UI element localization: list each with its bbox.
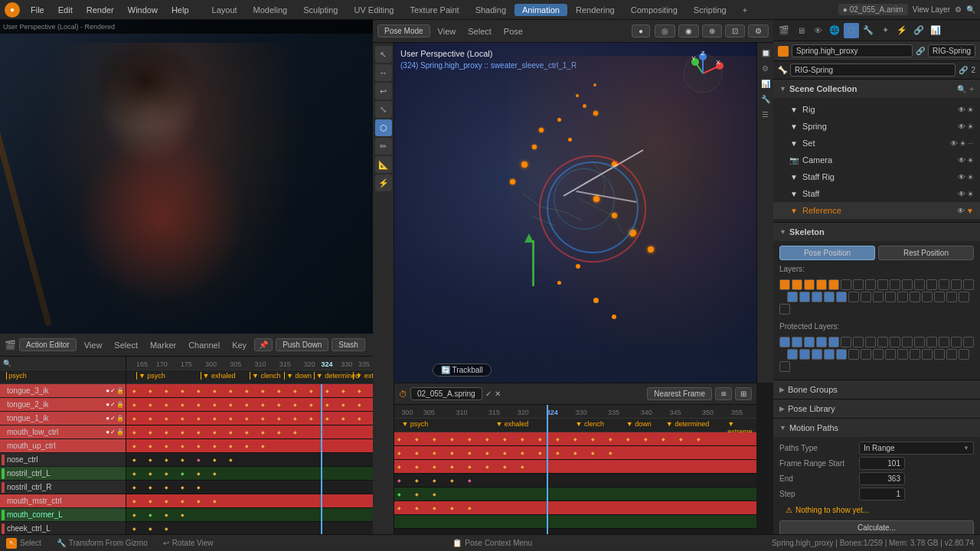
- side-icon-3[interactable]: 📊: [759, 77, 773, 90]
- track-row[interactable]: nose_ctrl: [0, 453, 126, 467]
- layer-13[interactable]: [939, 279, 949, 290]
- layer-18[interactable]: [812, 292, 822, 302]
- tool-cursor[interactable]: ⚡: [375, 174, 392, 191]
- prot-layer-20[interactable]: [836, 349, 847, 360]
- prot-layer-0[interactable]: [779, 337, 790, 347]
- prot-layer-9[interactable]: [890, 337, 900, 347]
- skeleton-header[interactable]: ▼ Skeleton: [773, 223, 980, 241]
- track-row[interactable]: mouth_corner_L: [0, 508, 126, 522]
- layer-28[interactable]: [934, 292, 945, 302]
- shading-mode-rendered[interactable]: ◉: [678, 24, 699, 37]
- prot-layer-21[interactable]: [848, 349, 859, 360]
- menu-edit[interactable]: Edit: [52, 4, 79, 16]
- motion-paths-header[interactable]: ▼ Motion Paths: [773, 419, 980, 437]
- active-rig-name[interactable]: RIG-Spring: [928, 44, 975, 57]
- paths-type-dropdown[interactable]: In Range ▼: [859, 442, 974, 455]
- layer-0[interactable]: [779, 279, 790, 290]
- layer-19[interactable]: [824, 292, 835, 302]
- layer-17[interactable]: [799, 292, 810, 302]
- layer-29[interactable]: [946, 292, 957, 302]
- prot-layer-24[interactable]: [885, 349, 896, 360]
- active-object-name[interactable]: Spring.high_proxy: [792, 44, 913, 57]
- ae-marker-menu[interactable]: Marker: [145, 339, 181, 351]
- side-icon-5[interactable]: ☰: [759, 107, 773, 121]
- engine-selector[interactable]: ● 02_055_A.anim: [838, 4, 908, 15]
- layer-22[interactable]: [861, 292, 871, 302]
- prot-layer-29[interactable]: [946, 349, 957, 360]
- prot-layer-14[interactable]: [951, 337, 962, 347]
- tab-shading[interactable]: Shading: [468, 4, 514, 16]
- prot-layer-31[interactable]: [779, 361, 790, 372]
- layer-21[interactable]: [848, 292, 859, 302]
- layer-14[interactable]: [951, 279, 962, 290]
- sc-item-camera[interactable]: 📷 Camera 👁 ☀: [773, 152, 980, 168]
- prot-layer-23[interactable]: [873, 349, 884, 360]
- track-row[interactable]: mouth_low_ctrl●✓🔒: [0, 425, 126, 439]
- frame-range-dropdown[interactable]: Nearest Frame: [647, 387, 712, 400]
- props-icon-physics[interactable]: ⚡: [894, 23, 910, 38]
- prot-layer-12[interactable]: [926, 337, 937, 347]
- layer-24[interactable]: [885, 292, 896, 302]
- prot-layer-7[interactable]: [865, 337, 876, 347]
- layer-6[interactable]: [853, 279, 864, 290]
- select-menu-3d[interactable]: Select: [463, 25, 496, 37]
- layer-23[interactable]: [873, 292, 884, 302]
- menu-window[interactable]: Window: [122, 4, 164, 16]
- track-row[interactable]: nostril_ctrl_R: [0, 481, 126, 494]
- track-row[interactable]: tongue_1_ik●✓🔒: [0, 412, 126, 425]
- prot-layer-19[interactable]: [824, 349, 835, 360]
- prot-layer-16[interactable]: [787, 349, 798, 360]
- tab-scripting[interactable]: Scripting: [686, 4, 734, 16]
- push-down-btn[interactable]: Push Down: [276, 338, 328, 351]
- layer-15[interactable]: [963, 279, 974, 290]
- scene-settings-icon[interactable]: ⚙: [955, 5, 962, 14]
- side-icon-2[interactable]: ⚙: [759, 61, 773, 75]
- collection-filter-icon[interactable]: 🔍: [957, 85, 966, 93]
- snap-dropdown[interactable]: ≋: [715, 387, 732, 400]
- prot-layer-30[interactable]: [959, 349, 969, 360]
- armature-name[interactable]: RIG-Spring: [790, 64, 956, 77]
- props-icon-output[interactable]: 🖥: [793, 23, 808, 38]
- track-row[interactable]: mouth_up_ctrl: [0, 439, 126, 453]
- layer-8[interactable]: [877, 279, 888, 290]
- tab-uv-editing[interactable]: UV Editing: [346, 4, 401, 16]
- collection-add-icon[interactable]: +: [969, 85, 974, 93]
- shading-mode-solid[interactable]: ●: [632, 24, 650, 37]
- sc-item-staff-rig[interactable]: ▼ Staff Rig 👁 ☀: [773, 168, 980, 185]
- layer-31[interactable]: [779, 304, 790, 315]
- tab-modeling[interactable]: Modeling: [246, 4, 296, 16]
- ae-view-menu[interactable]: View: [80, 339, 107, 351]
- layer-4[interactable]: [828, 279, 839, 290]
- sc-item-staff[interactable]: ▼ Staff 👁 ☀: [773, 185, 980, 202]
- props-icon-constraints[interactable]: 🔗: [911, 23, 926, 38]
- prot-layer-17[interactable]: [799, 349, 810, 360]
- action-editor-type[interactable]: Action Editor: [19, 338, 77, 351]
- frame-range-end-input[interactable]: [859, 472, 905, 485]
- pose-mode-dropdown[interactable]: Pose Mode: [377, 24, 430, 37]
- props-icon-modifier[interactable]: 🔧: [861, 23, 876, 38]
- overlay-toggle[interactable]: ⊕: [702, 24, 722, 37]
- viewport-3d-content[interactable]: User Perspective (Local) (324) Spring.hi…: [394, 43, 756, 383]
- track-row[interactable]: tongue_3_ik●✓🔒: [0, 384, 126, 398]
- ae-toggle-pin[interactable]: 📌: [254, 338, 273, 351]
- prot-layer-27[interactable]: [922, 349, 933, 360]
- prot-layer-8[interactable]: [877, 337, 888, 347]
- tool-move[interactable]: ↔: [375, 64, 392, 81]
- prot-layer-4[interactable]: [828, 337, 839, 347]
- layer-30[interactable]: [959, 292, 969, 302]
- prot-layer-1[interactable]: [792, 337, 802, 347]
- layer-1[interactable]: [792, 279, 802, 290]
- tab-animation[interactable]: Animation: [514, 4, 567, 16]
- action-name-display[interactable]: 02_055_A.spring: [410, 387, 482, 400]
- prot-layer-3[interactable]: [816, 337, 827, 347]
- layer-16[interactable]: [787, 292, 798, 302]
- layer-27[interactable]: [922, 292, 933, 302]
- ae-select-menu[interactable]: Select: [109, 339, 142, 351]
- shading-mode-material[interactable]: ◎: [655, 24, 675, 37]
- track-row[interactable]: mouth_mstr_ctrl: [0, 494, 126, 508]
- calculate-btn[interactable]: Calculate...: [779, 520, 974, 535]
- prot-layer-28[interactable]: [934, 349, 945, 360]
- layer-11[interactable]: [914, 279, 925, 290]
- bone-groups-header[interactable]: ▶ Bone Groups: [773, 380, 980, 399]
- view-menu-3d[interactable]: View: [433, 25, 461, 37]
